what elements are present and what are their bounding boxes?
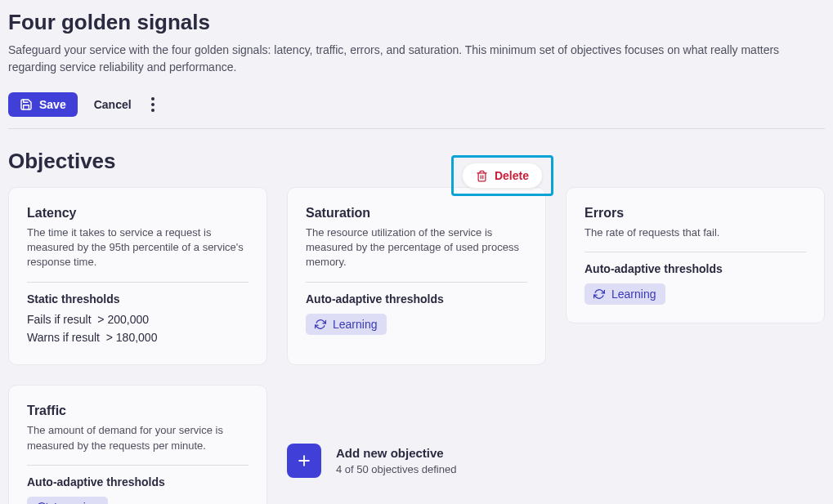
cancel-button[interactable]: Cancel <box>94 98 132 111</box>
card-description: The resource utilization of the service … <box>306 225 527 270</box>
objective-card-errors[interactable]: Errors The rate of requests that fail. A… <box>566 187 825 323</box>
objective-card-saturation[interactable]: Delete Saturation The resource utilizati… <box>287 187 546 365</box>
add-objective-title: Add new objective <box>336 446 456 460</box>
objective-card-traffic[interactable]: Traffic The amount of demand for your se… <box>8 385 267 504</box>
add-objective-subtitle: 4 of 50 objectives defined <box>336 463 456 475</box>
divider <box>27 282 249 283</box>
page-title: Four golden signals <box>8 10 825 35</box>
divider <box>306 282 527 283</box>
threshold-type: Auto-adaptive thresholds <box>306 292 527 306</box>
badge-label: Learning <box>54 501 99 504</box>
save-icon <box>20 98 33 111</box>
add-objective-cell: Add new objective 4 of 50 objectives def… <box>287 385 546 504</box>
card-description: The time it takes to service a request i… <box>27 225 249 270</box>
divider <box>584 252 806 252</box>
delete-popup: Delete <box>451 155 553 196</box>
plus-icon <box>296 453 312 469</box>
warns-threshold: Warns if result > 180,000 <box>27 328 249 346</box>
card-title: Errors <box>584 206 806 221</box>
card-title: Saturation <box>306 206 527 221</box>
learning-badge: Learning <box>27 497 108 504</box>
threshold-type: Auto-adaptive thresholds <box>27 475 249 488</box>
badge-label: Learning <box>611 288 656 301</box>
divider <box>27 465 249 466</box>
objectives-grid: Latency The time it takes to service a r… <box>8 187 825 504</box>
add-objective-button[interactable] <box>287 444 321 478</box>
save-label: Save <box>39 98 66 111</box>
refresh-icon <box>593 288 605 300</box>
learning-badge: Learning <box>584 283 665 305</box>
refresh-icon <box>315 319 326 330</box>
more-menu-button[interactable] <box>148 94 158 115</box>
page-description: Safeguard your service with the four gol… <box>8 42 825 76</box>
fails-threshold: Fails if result > 200,000 <box>27 310 249 328</box>
trash-icon <box>476 170 488 182</box>
learning-badge: Learning <box>306 314 387 335</box>
delete-button[interactable]: Delete <box>462 163 543 189</box>
threshold-type: Static thresholds <box>27 292 249 306</box>
save-button[interactable]: Save <box>8 92 78 117</box>
objective-card-latency[interactable]: Latency The time it takes to service a r… <box>8 187 267 365</box>
card-description: The rate of requests that fail. <box>584 225 806 240</box>
card-title: Latency <box>27 206 249 221</box>
card-description: The amount of demand for your service is… <box>27 423 249 453</box>
threshold-type: Auto-adaptive thresholds <box>584 262 806 275</box>
section-title-objectives: Objectives <box>8 149 825 174</box>
badge-label: Learning <box>333 318 378 331</box>
card-title: Traffic <box>27 404 249 418</box>
delete-label: Delete <box>495 169 529 182</box>
toolbar: Save Cancel <box>8 92 825 129</box>
